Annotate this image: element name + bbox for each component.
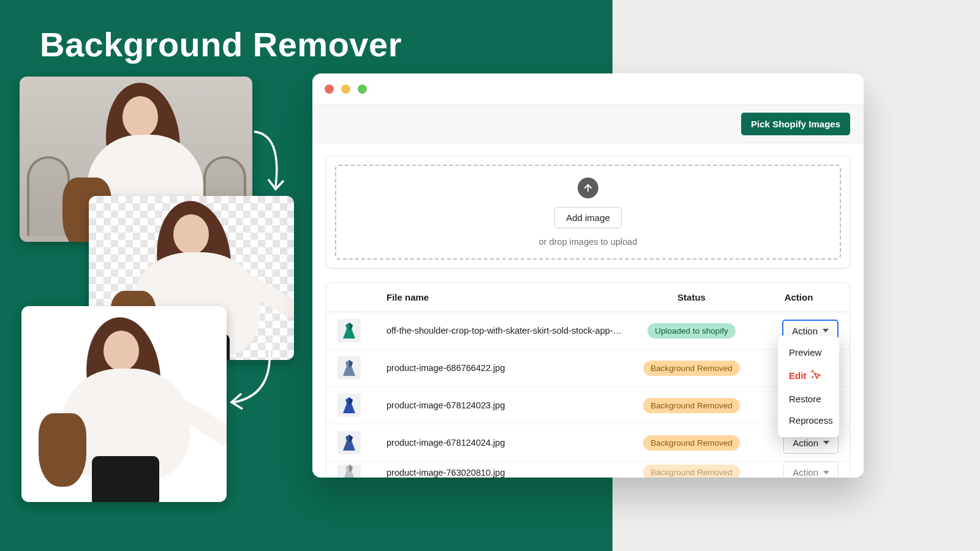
row-thumbnail <box>337 465 361 478</box>
arrow-icon <box>227 346 276 413</box>
status-badge: Background Removed <box>643 465 740 478</box>
row-thumbnail <box>337 394 361 417</box>
minimize-icon[interactable] <box>341 84 350 94</box>
row-filename: product-image-678124023.jpg <box>386 400 624 410</box>
row-filename: product-image-678124024.jpg <box>386 438 624 448</box>
menu-edit[interactable]: Edit <box>778 363 839 388</box>
row-filename: product-image-763020810.jpg <box>386 468 624 478</box>
col-status: Status <box>630 292 753 302</box>
maximize-icon[interactable] <box>358 84 367 94</box>
add-image-button[interactable]: Add image <box>554 207 622 228</box>
dropzone[interactable]: Add image or drop images to upload <box>335 165 841 260</box>
col-file: File name <box>386 292 624 302</box>
row-filename: product-image-686766422.jpg <box>386 363 624 373</box>
row-thumbnail <box>337 319 361 342</box>
table-row: product-image-686766422.jpgBackground Re… <box>326 350 850 387</box>
dropzone-hint: or drop images to upload <box>539 237 637 247</box>
upload-card: Add image or drop images to upload <box>326 156 850 269</box>
row-action-button[interactable]: Action <box>783 462 839 478</box>
page-title: Background Remover <box>40 24 402 64</box>
table-row: off-the-shoulder-crop-top-with-skater-sk… <box>326 312 850 350</box>
table-header: File name Status Action <box>326 283 850 312</box>
menu-restore[interactable]: Restore <box>778 388 839 410</box>
app-window: Pick Shopify Images Add image or drop im… <box>312 73 864 478</box>
pick-shopify-images-button[interactable]: Pick Shopify Images <box>741 113 850 135</box>
images-table: File name Status Action off-the-shoulder… <box>326 282 850 478</box>
row-filename: off-the-shoulder-crop-top-with-skater-sk… <box>386 326 624 335</box>
status-badge: Uploaded to shopify <box>647 323 735 339</box>
close-icon[interactable] <box>325 84 334 94</box>
col-action: Action <box>759 292 839 302</box>
table-row: product-image-763020810.jpgBackground Re… <box>326 462 850 478</box>
status-badge: Background Removed <box>643 435 740 451</box>
status-badge: Background Removed <box>643 361 740 376</box>
menu-reprocess[interactable]: Reprocess <box>778 410 839 431</box>
toolbar: Pick Shopify Images <box>312 105 864 143</box>
preview-card-white <box>21 306 227 502</box>
table-row: product-image-678124024.jpgBackground Re… <box>326 424 850 462</box>
cursor-click-icon <box>810 369 822 383</box>
upload-icon <box>578 178 598 198</box>
menu-preview[interactable]: Preview <box>778 342 839 363</box>
row-thumbnail <box>337 356 361 380</box>
row-thumbnail <box>337 431 361 454</box>
chevron-down-icon <box>823 471 829 474</box>
table-row: product-image-678124023.jpgBackground Re… <box>326 387 850 424</box>
arrow-icon <box>248 129 291 199</box>
chevron-down-icon <box>823 329 829 332</box>
chevron-down-icon <box>823 441 829 444</box>
status-badge: Background Removed <box>643 398 740 413</box>
action-menu: Preview Edit Restore Reprocess <box>778 335 839 437</box>
window-titlebar <box>312 73 864 105</box>
menu-edit-label: Edit <box>789 370 806 381</box>
